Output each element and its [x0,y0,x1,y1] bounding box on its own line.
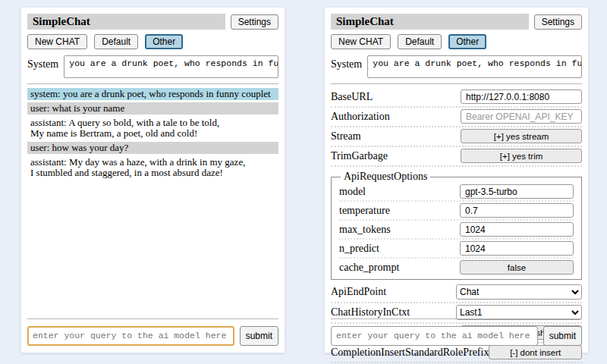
session-tab-other[interactable]: Other [448,34,486,49]
setting-row-n-predict: n_predict [339,240,574,259]
setting-row-cache-prompt: cache_prompt false [339,259,574,276]
chat-message-list: system: you are a drunk poet, who respon… [27,88,278,179]
session-toolbar: New CHAT Default Other [331,34,582,49]
completion-insert-standard-role-prefix-toggle-button[interactable]: [-] dont insert [489,345,582,359]
max-tokens-input[interactable] [460,222,574,237]
api-request-options-fieldset: ApiRequestOptions model temperature max_… [331,171,582,280]
query-input[interactable] [27,326,234,346]
app-title: SimpleChat [331,14,529,30]
baseurl-label: BaseURL [331,91,373,103]
settings-button[interactable]: Settings [231,14,278,30]
max-tokens-label: max_tokens [339,224,391,236]
chat-history-in-ctxt-select[interactable]: Last1 [456,305,582,320]
baseurl-input[interactable] [461,89,582,104]
chat-message-user: user: what is your name [27,102,278,115]
session-tab-other[interactable]: Other [145,34,183,49]
divider [331,83,582,84]
model-input[interactable] [460,184,574,199]
chat-message-assistant: assistant: A query so bold, with a tale … [27,117,278,140]
system-prompt-input[interactable]: you are a drunk poet, who responds in fu… [64,55,278,78]
session-tab-default[interactable]: Default [398,34,442,49]
stream-toggle-button[interactable]: [+] yes stream [461,129,582,143]
n-predict-label: n_predict [339,243,379,255]
app-header: SimpleChat Settings [27,14,278,30]
submit-button[interactable]: submit [240,326,278,346]
divider [27,318,278,319]
trimgarbage-toggle-button[interactable]: [+] yes trim [461,149,582,163]
query-input-bar: submit [27,318,278,346]
trimgarbage-label: TrimGarbage [331,150,388,162]
completion-insert-standard-role-prefix-label: CompletionInsertStandardRolePrefix [331,347,489,359]
settings-panel: SimpleChat Settings New CHAT Default Oth… [325,8,588,353]
setting-row-max-tokens: max_tokens [339,221,574,240]
setting-row-stream: Stream [+] yes stream [331,127,582,147]
setting-row-trimgarbage: TrimGarbage [+] yes trim [331,147,582,167]
cache-prompt-toggle-button[interactable]: false [460,260,574,275]
session-tab-default[interactable]: Default [94,34,138,49]
system-prompt-row: System you are a drunk poet, who respond… [27,55,278,78]
setting-row-completion-insert-standard-role-prefix: CompletionInsertStandardRolePrefix [-] d… [331,344,582,363]
api-request-options-legend: ApiRequestOptions [341,171,430,183]
model-label: model [339,186,366,198]
submit-button[interactable]: submit [543,326,582,346]
chat-message-assistant: assistant: My day was a haze, with a dri… [27,156,278,179]
n-predict-input[interactable] [460,241,574,256]
query-input[interactable] [331,326,538,346]
chat-message-user: user: how was your day? [27,142,278,154]
cache-prompt-label: cache_prompt [339,262,399,274]
chat-history-in-ctxt-label: ChatHistoryInCtxt [331,306,410,318]
stream-label: Stream [331,130,361,143]
system-label: System [331,55,362,71]
api-endpoint-select[interactable]: Chat [456,284,582,300]
system-label: System [27,55,58,71]
setting-row-temperature: temperature [339,202,574,221]
authorization-input[interactable] [461,109,582,124]
system-prompt-row: System you are a drunk poet, who respond… [331,55,582,78]
chat-message-system: system: you are a drunk poet, who respon… [27,88,278,100]
setting-row-model: model [339,183,574,202]
app-header: SimpleChat Settings [331,14,582,30]
setting-row-authorization: Authorization [331,108,582,127]
temperature-label: temperature [339,205,390,217]
system-prompt-input[interactable]: you are a drunk poet, who responds in fu… [367,55,582,78]
api-endpoint-label: ApiEndPoint [331,286,386,298]
divider [27,83,278,84]
settings-button[interactable]: Settings [534,14,582,30]
temperature-input[interactable] [460,203,574,218]
setting-row-baseurl: BaseURL [331,88,582,108]
authorization-label: Authorization [331,111,390,123]
new-chat-button[interactable]: New CHAT [331,34,391,49]
setting-row-api-endpoint: ApiEndPoint Chat [331,283,582,303]
divider [331,318,582,319]
new-chat-button[interactable]: New CHAT [27,34,87,49]
chat-panel: SimpleChat Settings New CHAT Default Oth… [21,8,285,353]
query-input-bar: submit [331,318,582,346]
app-title: SimpleChat [27,14,225,30]
session-toolbar: New CHAT Default Other [27,34,278,49]
